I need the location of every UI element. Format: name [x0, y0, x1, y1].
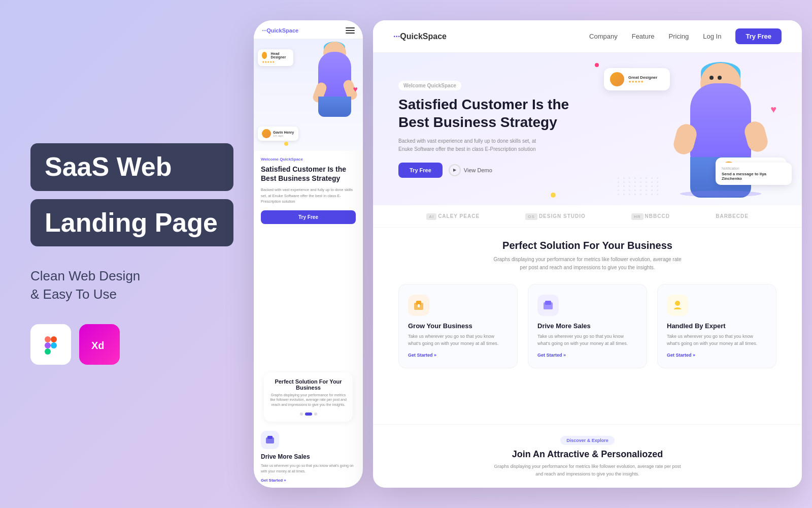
- bottom-desc: Graphs displaying your performance for m…: [491, 463, 684, 478]
- dot-pattern-hero: [618, 177, 660, 195]
- nav-try-free-button[interactable]: Try Free: [735, 28, 782, 44]
- mobile-carousel-dots: [270, 412, 347, 416]
- hero-tag: Welcome QuickSpace: [398, 81, 461, 90]
- mobile-get-started-link[interactable]: Get Started »: [261, 478, 356, 483]
- desktop-float-card-1: Great Designer ★★★★★: [604, 68, 670, 90]
- feature-desc-sales: Take us wherever you go so that you know…: [537, 333, 637, 347]
- mobile-float-card-1: Head Designer ★★★★★: [258, 49, 293, 66]
- mobile-nav: ···QuickSpace: [254, 20, 363, 39]
- mobile-drive-icon-box: [261, 431, 279, 449]
- hero-pink-dot: [595, 63, 599, 67]
- discover-tag: Discover & Explore: [560, 436, 615, 445]
- float-card-1-info: Great Designer ★★★★★: [628, 75, 657, 84]
- feature-desc-expert: Take us wherever you go so that you know…: [667, 333, 767, 347]
- feature-card-sales: Drive More Sales Take us wherever you go…: [528, 284, 647, 368]
- mobile-float-card-2: Gavin Henry 1m ago: [258, 126, 298, 141]
- feature-get-started-grow[interactable]: Get Started »: [408, 353, 508, 358]
- feature-desc-grow: Take us wherever you go so that you know…: [408, 333, 508, 347]
- title-text-2: Landing Page: [45, 208, 219, 237]
- features-desc: Graphs displaying your performance for m…: [491, 256, 684, 272]
- left-panel: SaaS Web Landing Page Clean Web Design &…: [10, 123, 244, 385]
- feature-cards: Grow Your Business Take us wherever you …: [398, 284, 776, 368]
- mobile-section-2: Perfect Solution For Your Business Graph…: [264, 372, 353, 422]
- hero-desc: Backed with vast experience and fully up…: [398, 137, 540, 153]
- logo-1: AICALEY PEACE: [426, 213, 480, 219]
- desktop-hero: Welcome QuickSpace Satisfied Customer Is…: [373, 53, 802, 205]
- yellow-dot: [284, 142, 288, 146]
- hero-try-free-button[interactable]: Try Free: [398, 163, 443, 178]
- tool-icons: Xd: [30, 324, 233, 365]
- grow-business-icon-box: [408, 295, 429, 316]
- mobile-drive-section: Drive More Sales Take us wherever you go…: [254, 426, 363, 488]
- feature-card-expert: Handled By Expert Take us wherever you g…: [657, 284, 776, 368]
- svg-point-13: [675, 301, 680, 306]
- svg-rect-12: [545, 301, 551, 305]
- hero-view-demo-button[interactable]: ▶ View Demo: [449, 164, 492, 176]
- title-text-1: SaaS Web: [45, 152, 219, 181]
- svg-rect-10: [418, 304, 420, 307]
- drive-sales-icon: [543, 300, 554, 311]
- drive-sales-icon: [265, 435, 275, 445]
- hero-yellow-dot: [551, 193, 556, 198]
- title-line-2: Landing Page: [30, 199, 233, 246]
- dot-2: [305, 412, 312, 416]
- mobile-try-free-button[interactable]: Try Free: [261, 210, 356, 224]
- mobile-character: [312, 42, 358, 113]
- mobile-section-2-wrap: Perfect Solution For Your Business Graph…: [254, 368, 363, 426]
- dot-3: [314, 412, 317, 416]
- svg-rect-0: [45, 336, 51, 342]
- play-icon: ▶: [449, 164, 461, 176]
- drive-sales-icon-box: [537, 295, 559, 316]
- expert-icon: [672, 300, 683, 311]
- mobile-drive-sales-desc: Take us wherever you go so that you know…: [261, 463, 356, 474]
- mobile-hero-desc: Backed with vast experience and fully up…: [261, 187, 356, 204]
- xd-icon: Xd: [89, 334, 110, 355]
- grow-business-icon: [413, 300, 424, 311]
- hero-buttons: Try Free ▶ View Demo: [398, 163, 492, 178]
- feature-card-grow: Grow Your Business Take us wherever you …: [398, 284, 518, 368]
- desktop-heart-icon: ♥: [770, 104, 776, 115]
- hero-title: Satisfied Customer Is the Best Business …: [398, 96, 581, 131]
- nav-feature[interactable]: Feature: [632, 33, 655, 40]
- feature-title-expert: Handled By Expert: [667, 322, 767, 330]
- logo-4: BARBECDE: [716, 213, 749, 219]
- mobile-section2-title: Perfect Solution For Your Business: [270, 378, 347, 391]
- feature-title-grow: Grow Your Business: [408, 322, 508, 330]
- heart-icon: ♥: [353, 85, 358, 94]
- subtitle-text: Clean Web Design & Easy To Use: [30, 267, 233, 304]
- mobile-hero: Head Designer ★★★★★ ♥: [254, 39, 363, 151]
- features-title: Perfect Solution For Your Business: [398, 240, 776, 251]
- feature-title-sales: Drive More Sales: [537, 322, 637, 330]
- figma-icon-box: [30, 324, 71, 365]
- feature-get-started-sales[interactable]: Get Started »: [537, 353, 637, 358]
- mobile-hero-tag: Welcome QuickSpace: [261, 157, 356, 162]
- desktop-logos: AICALEY PEACE OSDESIGN STUDIO HRNBBCCD B…: [373, 205, 802, 228]
- mobile-section2-desc: Graphs displaying your performance for m…: [270, 393, 347, 407]
- nav-pricing[interactable]: Pricing: [669, 33, 689, 40]
- svg-rect-3: [51, 342, 57, 348]
- hamburger-icon[interactable]: [346, 27, 355, 34]
- mobile-logo: ···QuickSpace: [262, 27, 298, 34]
- title-line-1: SaaS Web: [30, 143, 233, 190]
- svg-rect-7: [267, 436, 273, 439]
- desktop-mockup: ···QuickSpace Company Feature Pricing Lo…: [373, 20, 802, 488]
- svg-rect-2: [51, 336, 57, 342]
- nav-links: Company Feature Pricing Log In Try Free: [589, 28, 782, 44]
- svg-text:Xd: Xd: [91, 340, 105, 351]
- mobile-hero-title: Satisfied Customer Is the Best Business …: [261, 165, 356, 183]
- expert-icon-box: [667, 295, 688, 316]
- desktop-features: Perfect Solution For Your Business Graph…: [373, 228, 802, 424]
- feature-get-started-expert[interactable]: Get Started »: [667, 353, 767, 358]
- logo-3: HRNBBCCD: [631, 213, 670, 219]
- nav-company[interactable]: Company: [589, 33, 618, 40]
- title-block: SaaS Web Landing Page: [30, 143, 233, 246]
- desktop-bottom: Discover & Explore Join An Attractive & …: [373, 424, 802, 488]
- desktop-logo: ···QuickSpace: [393, 32, 447, 41]
- svg-rect-9: [416, 301, 421, 305]
- desktop-nav: ···QuickSpace Company Feature Pricing Lo…: [373, 20, 802, 53]
- svg-rect-4: [45, 348, 51, 355]
- nav-login[interactable]: Log In: [703, 33, 721, 40]
- logo-2: OSDESIGN STUDIO: [525, 213, 585, 219]
- desktop-notif-card: Notification Send a message to Ilya Zinc…: [716, 163, 792, 185]
- svg-rect-1: [45, 342, 51, 348]
